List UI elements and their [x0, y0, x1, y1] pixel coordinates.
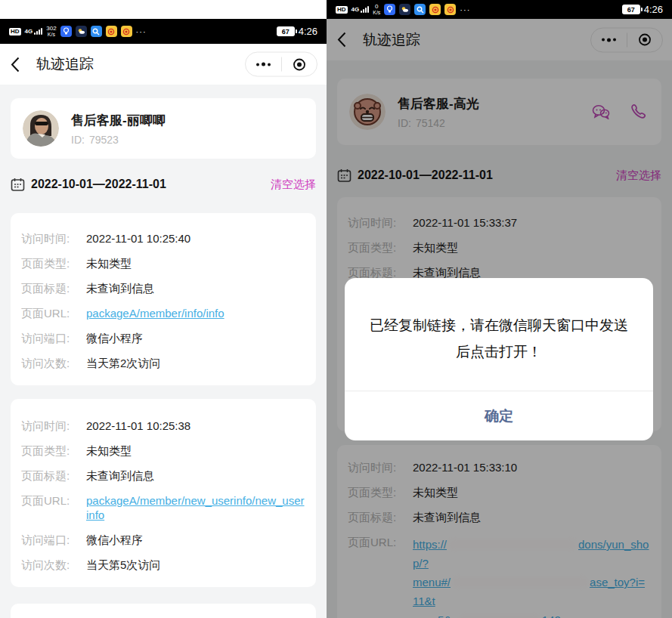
visit-port-label: 访问端口:	[21, 533, 86, 547]
nav-bar: 轨迹追踪	[0, 44, 327, 85]
page-type-value: 未知类型	[86, 443, 132, 458]
hd-badge: HD	[9, 28, 21, 36]
more-options-button[interactable]	[246, 53, 281, 76]
page-title-value: 未查询到信息	[86, 468, 154, 483]
back-button[interactable]	[11, 53, 30, 76]
weibo-notification-icon	[121, 26, 132, 37]
page-title-label: 页面标题:	[21, 281, 86, 295]
confirm-button[interactable]: 确定	[345, 391, 653, 440]
user-card: 售后客服-丽唧唧 ID:79523	[11, 98, 316, 159]
alert-dialog: 已经复制链接，请在微信聊天窗口中发送后点击打开！ 确定	[345, 278, 653, 440]
network-speed: 0K/s	[373, 4, 380, 15]
weibo-notification-icon	[444, 4, 456, 15]
bulb-notification-icon	[60, 26, 72, 37]
miniprogram-capsule	[245, 52, 317, 77]
battery-icon: 67	[277, 26, 295, 36]
calendar-icon	[11, 178, 25, 192]
status-time: 4:26	[644, 4, 663, 15]
page-title: 轨迹追踪	[36, 54, 94, 74]
visit-port-value: 微信小程序	[86, 331, 143, 345]
user-name: 售后客服-丽唧唧	[71, 112, 304, 129]
visit-time-label: 访问时间:	[21, 231, 86, 246]
clear-selection-button[interactable]: 清空选择	[271, 178, 316, 192]
page-url-label: 页面URL:	[21, 493, 86, 522]
status-more-dots: ···	[136, 27, 147, 36]
visit-time-value: 2022-11-01 10:25:40	[86, 231, 190, 246]
visit-record-card: 访问时间:2022-11-01 10:25:33	[11, 604, 316, 618]
search-notification-icon	[91, 26, 102, 37]
visit-record-card: 访问时间:2022-11-01 10:25:40 页面类型:未知类型 页面标题:…	[11, 213, 316, 385]
network-speed: 302K/s	[46, 26, 56, 37]
status-time: 4:26	[299, 26, 317, 37]
status-more-dots: ···	[460, 5, 470, 14]
weather-notification-icon	[76, 26, 87, 37]
visit-port-value: 微信小程序	[86, 533, 143, 547]
date-range-picker[interactable]: 2022-10-01—2022-11-01	[31, 178, 166, 191]
date-filter-row: 2022-10-01—2022-11-01 清空选择	[11, 174, 316, 195]
weather-notification-icon	[399, 4, 410, 15]
top-white-strip	[0, 0, 327, 19]
signal-icon: 4G	[351, 6, 370, 13]
visit-count-label: 访问次数:	[21, 356, 86, 370]
visit-time-label: 访问时间:	[21, 419, 86, 433]
status-bar: HD 4G 0K/s ···	[327, 0, 672, 19]
page-content: 售后客服-丽唧唧 ID:79523 2022-10-01—2022-11-01 …	[0, 85, 327, 618]
battery-icon: 67	[622, 5, 640, 14]
visit-time-value: 2022-11-01 10:25:38	[86, 419, 190, 433]
visit-count-label: 访问次数:	[21, 558, 86, 572]
search-notification-icon	[414, 4, 426, 15]
weibo-notification-icon	[429, 4, 441, 15]
weibo-notification-icon	[106, 26, 117, 37]
visit-count-value: 当天第5次访问	[86, 558, 160, 572]
bulb-notification-icon	[384, 4, 395, 15]
page-type-label: 页面类型:	[21, 443, 86, 458]
user-id: ID:79523	[71, 134, 304, 146]
visit-count-value: 当天第2次访问	[86, 356, 160, 370]
page-type-label: 页面类型:	[21, 256, 86, 270]
status-bar: HD 4G 302K/s ···	[0, 19, 327, 44]
avatar	[23, 110, 59, 147]
signal-icon: 4G	[25, 28, 43, 35]
page-type-value: 未知类型	[86, 256, 132, 270]
page-title-value: 未查询到信息	[86, 281, 154, 295]
close-miniprogram-button[interactable]	[282, 53, 317, 76]
page-title-label: 页面标题:	[21, 468, 86, 483]
visit-port-label: 访问端口:	[21, 331, 86, 345]
page-url-link[interactable]: packageA/member/new_userinfo/new_userinf…	[86, 493, 305, 522]
visit-record-card: 访问时间:2022-11-01 10:25:38 页面类型:未知类型 页面标题:…	[11, 399, 316, 587]
screenshot-left: HD 4G 302K/s ···	[0, 0, 327, 618]
dialog-message: 已经复制链接，请在微信聊天窗口中发送后点击打开！	[367, 312, 630, 365]
screenshot-right: HD 4G 0K/s ···	[327, 0, 672, 618]
page-url-link[interactable]: packageA/member/info/info	[86, 306, 225, 320]
page-url-label: 页面URL:	[21, 306, 86, 320]
hd-badge: HD	[336, 6, 348, 14]
